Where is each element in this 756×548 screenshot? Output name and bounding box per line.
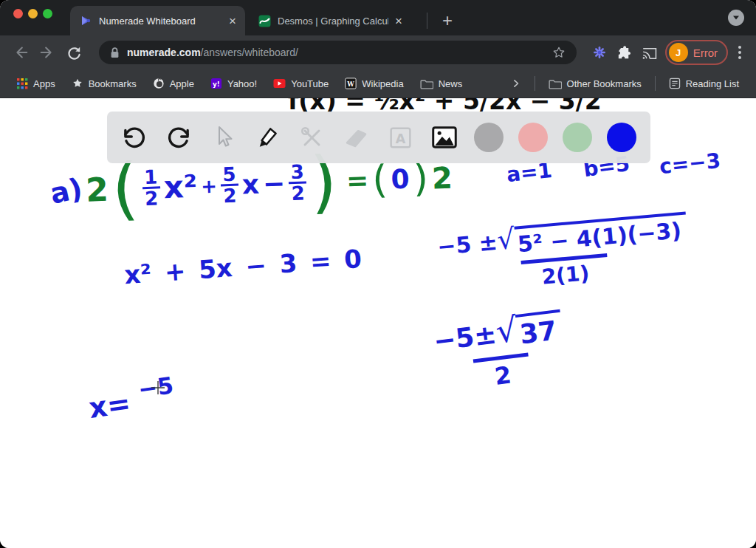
color-swatch-mint[interactable] [563,123,592,152]
pencil-icon [253,123,281,151]
flower-extension-icon [591,44,608,61]
zoom-window-button[interactable] [43,9,52,18]
bookmark-news-folder[interactable]: News [413,73,470,94]
tab-strip: Numerade Whiteboard × Desmos | Graphing … [0,0,756,35]
redo-button[interactable] [164,123,193,152]
ink-coefficient-c: c=−3 [659,148,722,179]
apple-icon [153,78,165,89]
svg-text:y!: y! [213,81,220,88]
chevron-down-icon [732,15,740,21]
folder-icon [549,78,562,89]
back-arrow-icon [13,44,29,61]
bookmark-yahoo[interactable]: y! Yahoo! [204,73,264,94]
bookmark-star-icon[interactable] [551,45,566,60]
browser-window: Numerade Whiteboard × Desmos | Graphing … [0,0,756,548]
browser-toolbar: numerade.com/answers/whiteboard/ [0,35,756,69]
other-bookmarks-label: Other Bookmarks [567,78,642,89]
extensions-button[interactable] [612,40,637,65]
url-path: /answers/whiteboard/ [201,47,298,58]
reload-icon [66,45,82,61]
bookmark-label: News [439,78,463,89]
pencil-tool-button[interactable] [252,123,282,152]
tab-desmos[interactable]: Desmos | Graphing Calculator × [251,6,419,35]
whiteboard-canvas[interactable]: f(x) = ½x² + 5/2x − 3/2 [0,98,756,548]
svg-text:W: W [347,81,355,88]
tab-numerade-whiteboard[interactable]: Numerade Whiteboard × [70,6,245,35]
color-swatch-salmon[interactable] [518,123,548,152]
star-icon [72,78,83,89]
select-tool-button[interactable] [208,123,238,152]
bookmark-label: YouTube [291,78,329,89]
ink-simplified-result: −5±√37 2 [427,309,574,398]
color-swatch-blue[interactable] [607,123,636,152]
text-tool-button[interactable]: A [385,123,415,152]
reading-list-icon [669,78,681,89]
text-tool-icon: A [387,124,414,151]
lock-icon [109,47,120,59]
desmos-favicon [258,15,271,27]
back-button[interactable] [7,39,34,66]
cursor-icon [210,124,236,151]
bookmarks-separator [655,76,656,91]
tab-close-icon[interactable]: × [395,15,402,27]
wikipedia-icon: W [345,78,357,89]
reading-list-button[interactable]: Reading List [662,73,746,94]
bookmark-label: Apps [33,78,55,89]
minimize-window-button[interactable] [28,9,38,18]
undo-button[interactable] [120,123,149,152]
bookmark-apple[interactable]: Apple [146,73,201,94]
bookmark-bookmarks[interactable]: Bookmarks [65,73,143,94]
reading-list-label: Reading List [686,78,739,89]
cast-button[interactable] [637,40,662,65]
profile-error-label: Error [693,47,718,59]
tools-icon [298,124,325,151]
ink-quadratic-formula: −5 ±√5² − 4(1)(−3) 2(1) [432,211,695,298]
youtube-icon [273,78,286,89]
ink-equation-b: x² + 5x − 3 = 0 [123,244,362,290]
bookmark-youtube[interactable]: YouTube [267,73,335,94]
image-tool-button[interactable] [430,123,459,152]
chevron-right-icon [511,78,521,89]
tab-title: Numerade Whiteboard [99,16,222,27]
shapes-tool-button[interactable] [297,123,326,152]
traffic-lights [13,9,52,18]
tab-divider [427,13,427,29]
color-swatch-gray[interactable] [474,123,504,152]
url-text: numerade.com/answers/whiteboard/ [127,47,545,58]
bookmark-label: Apple [170,78,194,89]
address-bar[interactable]: numerade.com/answers/whiteboard/ [99,41,577,64]
forward-arrow-icon [39,44,55,61]
undo-icon [120,123,148,151]
tab-title: Desmos | Graphing Calculator [278,16,388,27]
new-tab-button[interactable]: + [433,6,462,35]
folder-icon [420,78,433,89]
svg-text:A: A [395,131,405,145]
bookmark-label: Bookmarks [89,78,137,89]
tab-search-button[interactable] [728,10,744,26]
reload-button[interactable] [61,39,87,66]
redo-icon [165,123,193,151]
forward-button[interactable] [34,39,61,66]
eraser-icon [342,123,370,151]
cast-icon [641,44,658,61]
avatar: J [669,43,688,62]
url-host: numerade.com [127,47,201,58]
apps-grid-icon [17,78,28,89]
profile-button[interactable]: J Error [665,40,728,65]
bookmarks-separator [535,76,535,91]
other-bookmarks-button[interactable]: Other Bookmarks [542,73,648,94]
extension-flower-button[interactable] [587,40,612,65]
puzzle-icon [616,44,633,61]
bookmarks-overflow-button[interactable] [504,73,528,94]
numerade-favicon [79,14,92,27]
bookmark-label: Wikipedia [362,78,403,89]
close-window-button[interactable] [13,9,23,18]
eraser-tool-button[interactable] [341,123,371,152]
pen-crosshair-cursor [151,380,165,395]
bookmarks-bar: Apps Bookmarks Apple y! Yahoo! [0,69,756,98]
bookmark-wikipedia[interactable]: W Wikipedia [338,73,410,94]
bookmark-apps[interactable]: Apps [10,73,62,94]
image-tool-icon [430,123,459,151]
tab-close-icon[interactable]: × [229,15,236,27]
browser-menu-button[interactable] [731,46,749,59]
